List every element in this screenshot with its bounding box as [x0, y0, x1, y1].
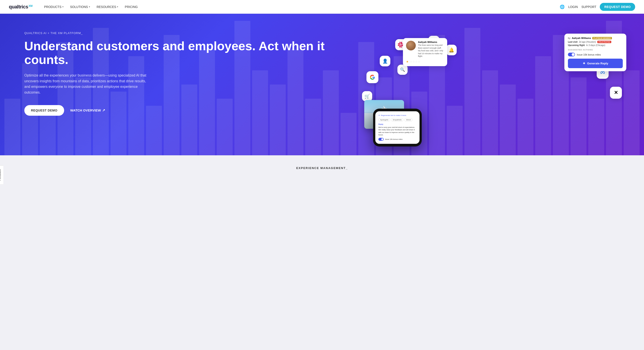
cx-frustrated-badge: FRUSTRATED	[597, 41, 612, 43]
request-demo-hero-button[interactable]: REQUEST DEMO	[24, 105, 64, 116]
reviewer-name-float: Aaliyah Williams	[418, 41, 444, 43]
cx-platinum-badge: PLATINUM MEMBER	[592, 37, 612, 39]
x-twitter-icon: ✕	[610, 87, 622, 99]
watch-overview-button[interactable]: WATCH OVERVIEW ↗	[70, 108, 105, 112]
nav-pricing-label: PRICING	[125, 5, 138, 9]
reviewer-floating-card: Aaliyah Williams The lines were too long…	[403, 38, 447, 66]
nav-products[interactable]: PRODUCTS ▾	[41, 3, 66, 11]
nav-solutions[interactable]: SOLUTIONS ▾	[68, 3, 93, 11]
nav-solutions-label: SOLUTIONS	[70, 5, 88, 9]
generate-sparkle-icon: ✦	[582, 61, 586, 66]
nav-links: PRODUCTS ▾ SOLUTIONS ▾ RESOURCES ▾ PRICI…	[41, 3, 560, 11]
cx-card: by Aaliyah Williams PLATINUM MEMBER Last…	[564, 34, 626, 71]
phone-tag-apologetic[interactable]: Apologetic	[378, 118, 390, 121]
nav-resources-chevron: ▾	[117, 6, 118, 8]
nav-products-chevron: ▾	[62, 6, 64, 8]
phone-mockup: ✦ Regenerate text to make it more. Apolo…	[373, 109, 422, 146]
generate-reply-label: Generate Reply	[587, 62, 608, 65]
phone-regen-row: ✦ Regenerate text to make it more.	[378, 114, 416, 116]
cx-miles-toggle-label: Issue 10k bonus miles	[577, 53, 601, 56]
hero-content: QUALTRICS AI + THE XM PLATFORM_ Understa…	[0, 14, 644, 155]
reviewer-info: Aaliyah Williams The lines were too long…	[418, 41, 444, 58]
cx-last-visit-row: Last visit 2d ago (Houston) FRUSTRATED	[568, 41, 623, 43]
nav-resources-label: RESOURCES	[97, 5, 116, 9]
hero-section: QUALTRICS AI + THE XM PLATFORM_ Understa…	[0, 14, 644, 155]
phone-reply-text: We're sorry your visit fell short of exp…	[378, 126, 416, 136]
feedback-tab[interactable]: Feedback	[0, 165, 3, 176]
phone-screen: ✦ Regenerate text to make it more. Apolo…	[375, 111, 420, 144]
phone-toggle-row: Issue 10k bonus miles	[378, 138, 416, 141]
navbar: qualtrics XM PRODUCTS ▾ SOLUTIONS ▾ RESO…	[0, 0, 644, 14]
cx-upcoming-flight-row: Upcoming flight In 3 days (Chicago)	[568, 44, 623, 47]
phone-regen-text: Regenerate text to make it more.	[381, 114, 407, 116]
login-button[interactable]: LOGIN	[568, 5, 578, 9]
watch-overview-arrow-icon: ↗	[102, 108, 105, 112]
cx-upcoming-flight-label: Upcoming flight	[568, 44, 585, 47]
cx-upcoming-flight-value: In 3 days (Chicago)	[586, 44, 605, 47]
nav-solutions-chevron: ▾	[89, 6, 90, 8]
phone-reply-label: Reply	[378, 123, 416, 125]
cx-last-visit-value: 2d ago (Houston)	[579, 41, 596, 43]
globe-button[interactable]: 🌐	[560, 5, 564, 9]
cx-card-body: by Aaliyah Williams PLATINUM MEMBER Last…	[564, 34, 626, 71]
reviewer-row: Aaliyah Williams The lines were too long…	[406, 41, 444, 58]
phone-tags: Apologetic Empathetic Direct	[378, 118, 416, 121]
logo[interactable]: qualtrics XM	[9, 4, 32, 10]
reviewer-stars: ★ ☆☆☆☆	[406, 60, 444, 64]
google-icon	[366, 71, 378, 83]
phone-frame: ✦ Regenerate text to make it more. Apolo…	[373, 109, 422, 146]
nav-products-label: PRODUCTS	[44, 5, 62, 9]
support-button[interactable]: SUPPORT	[582, 5, 596, 9]
hero-right: 👍 in 🔔 👤 🔍	[356, 27, 626, 142]
cx-last-visit-label: Last visit	[568, 41, 578, 43]
nav-right: 🌐 LOGIN SUPPORT REQUEST DEMO	[560, 3, 635, 11]
generate-reply-button[interactable]: ✦ Generate Reply	[568, 59, 623, 68]
hero-description: Optimize all the experiences your busine…	[24, 73, 148, 95]
hero-eyebrow: QUALTRICS AI + THE XM PLATFORM_	[24, 32, 356, 35]
star-filled: ★	[406, 60, 409, 63]
cx-member-row: by Aaliyah Williams PLATINUM MEMBER	[568, 37, 623, 39]
phone-miles-toggle-label: Issue 10k bonus miles	[385, 138, 402, 140]
regen-sparkle-icon: ✦	[378, 114, 380, 116]
cx-by-label: by	[568, 37, 570, 39]
watch-overview-label: WATCH OVERVIEW	[70, 108, 101, 112]
bottom-section: EXPERIENCE MANAGEMENT_	[0, 155, 644, 176]
phone-tag-empathetic[interactable]: Empathetic	[391, 118, 404, 121]
stars-empty: ☆☆☆☆	[410, 60, 420, 63]
cx-toggle-row: Issue 10k bonus miles	[568, 53, 623, 57]
nav-resources[interactable]: RESOURCES ▾	[94, 3, 121, 11]
bell-icon: 🔔	[446, 45, 457, 55]
reviewer-text-float: The lines were too long and there weren'…	[418, 44, 444, 58]
phone-tag-direct[interactable]: Direct	[404, 118, 412, 121]
hero-buttons: REQUEST DEMO WATCH OVERVIEW ↗	[24, 105, 356, 116]
logo-xm: XM	[28, 5, 32, 8]
reviewer-avatar	[406, 41, 416, 51]
phone-miles-toggle[interactable]	[378, 138, 384, 141]
cx-miles-toggle[interactable]	[568, 53, 575, 57]
request-demo-nav-button[interactable]: REQUEST DEMO	[600, 3, 635, 11]
cx-suggested-actions-label: SUGGESTED ACTIONS	[568, 49, 623, 51]
hero-title: Understand customers and employees. Act …	[24, 39, 356, 66]
user-icon: 👤	[380, 56, 390, 66]
experience-management-label: EXPERIENCE MANAGEMENT_	[9, 166, 635, 170]
cx-reviewer-name-card: Aaliyah Williams	[572, 37, 591, 39]
logo-text: qualtrics	[9, 4, 28, 10]
hero-left: QUALTRICS AI + THE XM PLATFORM_ Understa…	[24, 27, 356, 142]
nav-pricing[interactable]: PRICING	[122, 3, 140, 11]
